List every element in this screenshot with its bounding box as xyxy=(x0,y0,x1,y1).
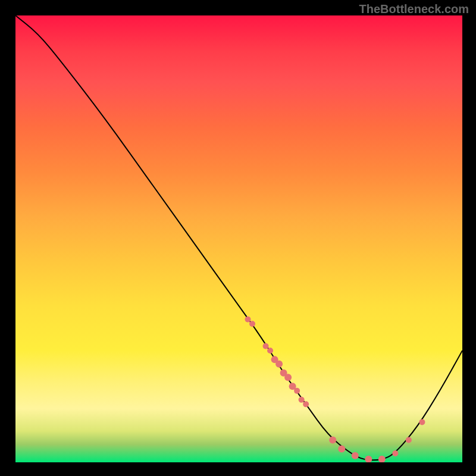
plot-area xyxy=(15,15,462,462)
data-marker xyxy=(275,361,283,368)
data-marker xyxy=(299,397,305,403)
data-marker xyxy=(338,445,345,452)
data-markers xyxy=(245,317,425,462)
data-marker xyxy=(249,321,255,327)
data-marker xyxy=(392,450,398,456)
data-marker xyxy=(352,452,359,459)
bottleneck-curve xyxy=(15,15,462,460)
chart-svg xyxy=(15,15,462,462)
data-marker xyxy=(365,456,372,462)
data-marker xyxy=(267,347,273,353)
watermark-text: TheBottleneck.com xyxy=(359,2,469,16)
data-marker xyxy=(329,436,336,443)
data-marker xyxy=(284,374,292,381)
data-marker xyxy=(303,401,309,407)
data-marker xyxy=(263,343,269,349)
data-marker xyxy=(294,388,300,394)
data-marker xyxy=(406,437,412,443)
data-marker xyxy=(378,456,386,462)
data-marker xyxy=(419,419,425,425)
data-marker xyxy=(245,317,251,322)
